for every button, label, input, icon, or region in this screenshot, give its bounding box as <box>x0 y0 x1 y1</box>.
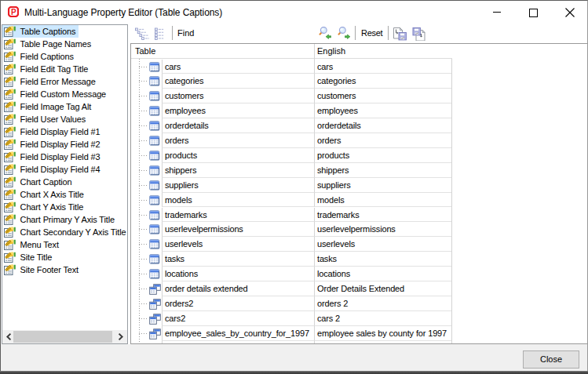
svg-text:P: P <box>11 8 16 16</box>
